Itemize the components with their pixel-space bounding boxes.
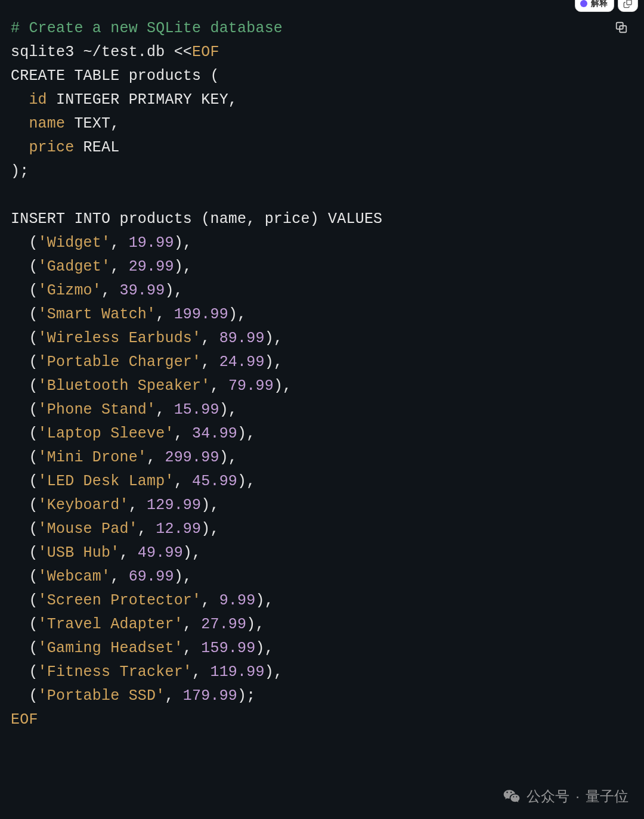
- popout-icon: [623, 0, 633, 8]
- code-content[interactable]: # Create a new SQLite database sqlite3 ~…: [0, 0, 644, 743]
- watermark-prefix: 公众号: [527, 787, 569, 806]
- svg-rect-0: [627, 0, 631, 5]
- watermark-name: 量子位: [586, 787, 628, 806]
- copy-button[interactable]: [613, 19, 630, 36]
- watermark-separator: ·: [575, 788, 580, 805]
- watermark: 公众号 · 量子位: [503, 787, 628, 806]
- popout-button[interactable]: [618, 0, 638, 12]
- copy-icon: [615, 21, 628, 34]
- explain-action-label: 解释: [591, 0, 608, 9]
- explain-action-pill[interactable]: 解释: [575, 0, 614, 12]
- wechat-icon: [503, 787, 521, 805]
- accent-dot-icon: [580, 0, 587, 7]
- code-block-container: 解释 # Create a new SQLite database sqlite…: [0, 0, 644, 819]
